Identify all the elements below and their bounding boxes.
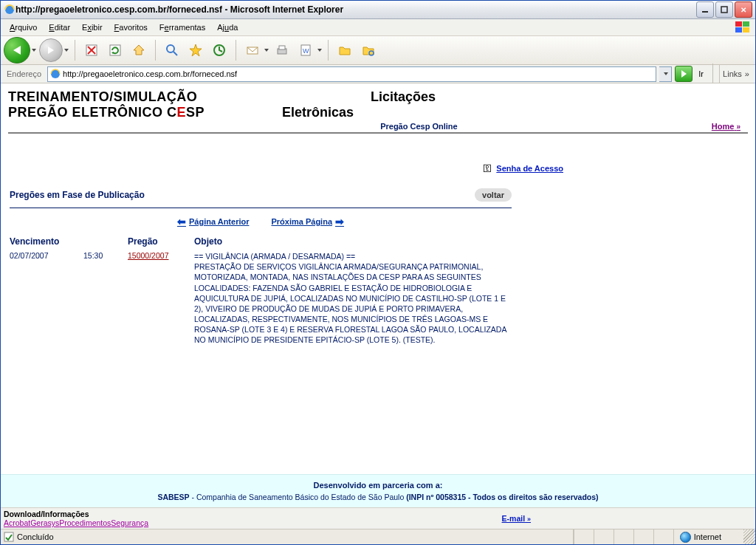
link-seguranca[interactable]: Segurança: [111, 518, 148, 527]
pregao-link[interactable]: 15000/2007: [128, 251, 168, 260]
svg-rect-2: [721, 7, 727, 13]
globe-icon: [680, 532, 691, 543]
svg-marker-12: [134, 45, 144, 55]
link-procedimentos[interactable]: Procedimentos: [59, 518, 111, 527]
header-line2: PREGÃO ELETRÔNICO CESP: [8, 105, 205, 120]
home-button[interactable]: [128, 40, 149, 61]
svg-point-13: [167, 45, 174, 52]
home-link[interactable]: Home »: [712, 122, 748, 131]
window-maximize-button[interactable]: [715, 1, 733, 18]
nav-forward-dropdown[interactable]: [64, 49, 69, 52]
table-row: 02/07/2007 15:30 15000/2007 == VIGILÂNCI…: [10, 251, 512, 346]
ie-icon: [4, 4, 16, 16]
col-pregao: Pregão: [128, 236, 194, 247]
status-bar: Concluído Internet: [1, 529, 755, 544]
svg-rect-1: [702, 11, 708, 13]
header-sub: Pregão Cesp Online: [126, 122, 712, 131]
done-icon: [4, 532, 14, 542]
window-close-button[interactable]: ✕: [735, 1, 752, 18]
search-button[interactable]: [162, 40, 182, 61]
menu-ferramentas[interactable]: Ferramentas: [154, 21, 211, 33]
table-header: Vencimento Pregão Objeto: [10, 236, 512, 247]
menu-bar: Arquivo Editar Exibir Favoritos Ferramen…: [1, 19, 755, 36]
cell-time: 15:30: [83, 251, 128, 346]
pager-next-link[interactable]: Próxima Página➡: [271, 216, 344, 227]
page-header: TREINAMENTO/SIMULAÇÃO PREGÃO ELETRÔNICO …: [1, 83, 755, 134]
security-zone[interactable]: Internet: [673, 529, 743, 544]
address-dropdown[interactable]: [659, 66, 672, 82]
link-gerasys[interactable]: Gerasys: [30, 518, 59, 527]
address-bar: Endereço http://pregaoeletronico.cesp.co…: [1, 65, 755, 83]
mail-button[interactable]: [242, 40, 263, 61]
edit-dropdown[interactable]: [317, 49, 322, 52]
window-minimize-button[interactable]: [696, 1, 714, 18]
header-right1: Licitações: [371, 89, 436, 105]
email-link[interactable]: E-mail »: [502, 514, 531, 523]
history-button[interactable]: [209, 40, 230, 61]
svg-rect-6: [743, 27, 749, 32]
folder-button[interactable]: [334, 40, 355, 61]
senha-acesso-link[interactable]: ⚿ Senha de Acesso: [483, 163, 563, 174]
divider: [10, 208, 512, 208]
menu-ajuda[interactable]: Ajuda: [211, 21, 244, 33]
go-label: Ir: [695, 69, 707, 78]
col-objeto: Objeto: [194, 236, 512, 247]
address-text: http://pregaoeletronico.cesp.com.br/forn…: [63, 69, 654, 78]
page-viewport: TREINAMENTO/SIMULAÇÃO PREGÃO ELETRÔNICO …: [1, 83, 755, 529]
menu-favoritos[interactable]: Favoritos: [109, 21, 154, 33]
links-toolbar[interactable]: Links»: [719, 65, 752, 83]
arrow-left-icon: ⬅: [177, 216, 186, 227]
arrow-right-icon: ➡: [335, 216, 344, 227]
menu-arquivo[interactable]: Arquivo: [4, 21, 43, 33]
cell-vencimento: 02/07/2007: [10, 251, 83, 346]
mail-dropdown[interactable]: [264, 49, 269, 52]
edit-button[interactable]: W: [295, 40, 316, 61]
menu-editar[interactable]: Editar: [43, 21, 76, 33]
link-acrobat[interactable]: Acrobat: [4, 518, 30, 527]
status-text: Concluído: [17, 532, 54, 541]
refresh-button[interactable]: [105, 40, 126, 61]
section-title: Pregões em Fase de Publicação: [10, 190, 475, 200]
window-titlebar: http://pregaoeletronico.cesp.com.br/forn…: [1, 1, 755, 19]
cell-objeto: == VIGILÂNCIA (ARMADA / DESARMADA) == PR…: [194, 251, 512, 346]
header-line1: TREINAMENTO/SIMULAÇÃO: [8, 89, 205, 105]
address-input[interactable]: http://pregaoeletronico.cesp.com.br/forn…: [47, 66, 656, 82]
page-icon: [49, 68, 61, 80]
svg-marker-15: [190, 44, 202, 56]
header-right2: Eletrônicas: [282, 105, 436, 120]
folder-search-button[interactable]: [358, 40, 379, 61]
go-button[interactable]: [675, 66, 693, 82]
nav-back-button[interactable]: [4, 37, 30, 64]
windows-flag-icon: [735, 21, 751, 34]
svg-rect-5: [735, 27, 742, 32]
svg-rect-19: [279, 46, 285, 49]
svg-rect-3: [735, 21, 742, 27]
toolbar: W: [1, 36, 755, 65]
nav-back-dropdown[interactable]: [32, 49, 36, 52]
favorites-button[interactable]: [185, 40, 206, 61]
nav-forward-button[interactable]: [39, 38, 63, 62]
svg-rect-4: [743, 21, 749, 27]
resize-grip[interactable]: [743, 529, 755, 544]
svg-line-14: [173, 52, 177, 55]
address-label: Endereço: [4, 69, 44, 78]
svg-text:W: W: [303, 47, 309, 55]
partner-footer: Desenvolvido em parceria com a: SABESP -…: [1, 474, 755, 507]
voltar-button[interactable]: voltar: [475, 188, 512, 202]
window-title: http://pregaoeletronico.cesp.com.br/forn…: [16, 4, 696, 15]
menu-exibir[interactable]: Exibir: [76, 21, 109, 33]
download-info-bar: Download/Informações AcrobatGerasysProce…: [1, 507, 755, 529]
col-vencimento: Vencimento: [10, 236, 83, 247]
key-icon: ⚿: [483, 163, 492, 174]
stop-button[interactable]: [81, 40, 102, 61]
pager-prev-link[interactable]: ⬅Página Anterior: [177, 216, 250, 227]
print-button[interactable]: [272, 40, 292, 61]
sabesp-link[interactable]: SABESP: [157, 493, 189, 501]
